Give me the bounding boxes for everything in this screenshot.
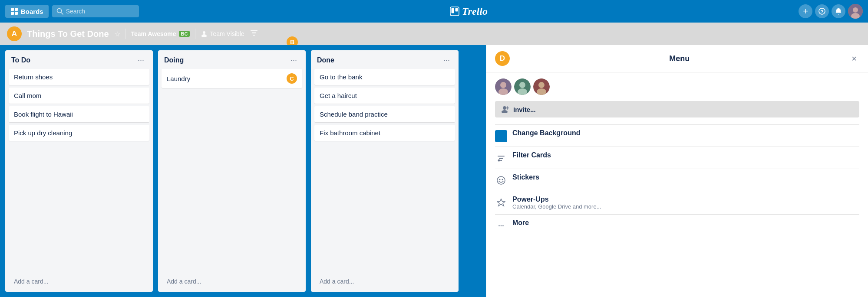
svg-rect-2 <box>11 12 14 15</box>
grid-icon <box>10 7 18 15</box>
avatar-svg-1 <box>495 78 512 95</box>
list-cards-todo: Return shoes Call mom Book flight to Haw… <box>5 69 153 272</box>
svg-rect-0 <box>11 8 14 11</box>
add-label: + <box>803 7 808 16</box>
menu-item-power-ups[interactable]: Power-Ups Calendar, Google Drive and mor… <box>495 191 859 214</box>
list-title-done: Done <box>317 56 334 64</box>
list-menu-doing[interactable]: ··· <box>288 55 300 65</box>
svg-line-5 <box>61 13 63 15</box>
board-header: A Things To Get Done ☆ Team Awesome BC T… <box>0 23 868 45</box>
team-tag[interactable]: Team Awesome BC <box>131 30 190 37</box>
member-avatar-1[interactable] <box>495 78 512 95</box>
card-band-practice[interactable]: Schedule band practice <box>314 106 455 122</box>
svg-point-35 <box>502 179 503 180</box>
menu-item-change-background[interactable]: Change Background <box>495 124 859 147</box>
visibility-label: Team Visible <box>210 30 244 37</box>
card-text: Go to the bank <box>320 73 362 81</box>
card-text: Book flight to Hawaii <box>14 111 73 118</box>
svg-point-20 <box>500 82 506 88</box>
card-bathroom[interactable]: Fix bathroom cabinet <box>314 125 455 141</box>
menu-item-more[interactable]: ··· More <box>495 214 859 236</box>
menu-item-stickers[interactable]: Stickers <box>495 169 859 191</box>
boards-button[interactable]: Boards <box>5 5 49 18</box>
visibility-tag[interactable]: Team Visible <box>201 30 244 37</box>
trello-wordmark: Trello <box>462 6 488 17</box>
power-ups-sublabel: Calendar, Google Drive and more... <box>512 203 601 210</box>
power-ups-label: Power-Ups <box>512 196 601 203</box>
add-card-done[interactable]: Add a card... <box>314 274 455 288</box>
menu-title: Menu <box>515 54 844 63</box>
svg-rect-3 <box>15 12 18 15</box>
card-bank[interactable]: Go to the bank <box>314 69 455 85</box>
card-call-mom[interactable]: Call mom <box>9 88 149 104</box>
avatar-svg-2 <box>514 78 531 95</box>
search-bar[interactable] <box>52 5 139 17</box>
notifications-button[interactable] <box>832 4 845 18</box>
menu-item-filter-cards[interactable]: Filter Cards <box>495 147 859 169</box>
side-panel: D Menu × <box>486 45 868 297</box>
member-avatar-2[interactable] <box>514 78 531 95</box>
search-icon <box>56 8 63 15</box>
svg-rect-16 <box>251 30 257 31</box>
list-cards-done: Go to the bank Get a haircut Schedule ba… <box>311 69 459 272</box>
svg-rect-17 <box>252 32 256 33</box>
svg-point-14 <box>203 31 205 34</box>
filter-cards-icon <box>495 152 507 164</box>
card-text: Schedule band practice <box>320 111 388 118</box>
header-divider-1 <box>125 29 126 39</box>
filter-cards-label: Filter Cards <box>512 151 551 159</box>
boards-label: Boards <box>21 8 43 15</box>
svg-rect-7 <box>451 8 454 13</box>
question-icon: ? <box>818 8 825 15</box>
card-dry-cleaning[interactable]: Pick up dry cleaning <box>9 125 149 141</box>
svg-point-15 <box>201 34 207 37</box>
svg-rect-1 <box>15 8 18 11</box>
add-button[interactable]: + <box>799 4 812 18</box>
member-avatar-3[interactable] <box>533 78 550 95</box>
top-nav: Boards Trello + ? <box>0 0 868 23</box>
power-ups-icon <box>495 196 507 209</box>
change-background-label: Change Background <box>512 129 580 137</box>
header-divider-2 <box>195 29 195 39</box>
help-button[interactable]: ? <box>815 4 829 18</box>
card-text: Laundry <box>167 75 190 82</box>
svg-text:?: ? <box>821 9 824 14</box>
card-laundry[interactable]: Laundry C <box>162 69 302 88</box>
avatar-image <box>848 4 863 19</box>
list-title-todo: To Do <box>11 56 30 64</box>
invite-button[interactable]: Invite... <box>495 101 859 117</box>
card-book-flight[interactable]: Book flight to Hawaii <box>9 106 149 122</box>
svg-point-34 <box>499 179 501 180</box>
add-card-todo[interactable]: Add a card... <box>9 274 149 288</box>
close-panel-button[interactable]: × <box>849 53 859 65</box>
person-icon <box>201 30 208 37</box>
card-return-shoes[interactable]: Return shoes <box>9 69 149 85</box>
svg-point-33 <box>497 176 505 184</box>
board-area: To Do ··· Return shoes Call mom Book fli… <box>0 45 868 297</box>
color-swatch-icon <box>495 130 507 142</box>
side-panel-body: Invite... Change Background Filter <box>486 72 868 297</box>
card-text: Call mom <box>14 92 41 99</box>
search-input[interactable] <box>66 8 131 15</box>
trello-icon <box>450 7 459 16</box>
badge-a: A <box>7 26 22 41</box>
svg-rect-18 <box>253 35 255 36</box>
star-icon[interactable]: ☆ <box>114 30 120 38</box>
list-menu-done[interactable]: ··· <box>441 55 452 65</box>
stickers-icon <box>495 174 507 186</box>
filter-icon[interactable] <box>250 29 258 39</box>
list-header-doing: Doing ··· <box>158 50 306 69</box>
team-name: Team Awesome <box>131 30 176 37</box>
list-menu-todo[interactable]: ··· <box>135 55 147 65</box>
badge-d: D <box>495 51 510 66</box>
trello-logo: Trello <box>142 6 795 17</box>
svg-point-26 <box>538 82 545 88</box>
card-text: Get a haircut <box>320 92 357 99</box>
list-header-done: Done ··· <box>311 50 459 69</box>
add-card-doing[interactable]: Add a card... <box>162 274 302 288</box>
card-haircut[interactable]: Get a haircut <box>314 88 455 104</box>
more-icon: ··· <box>495 220 507 232</box>
user-avatar[interactable] <box>848 4 863 19</box>
side-panel-header: D Menu × <box>486 45 868 72</box>
filter-svg <box>250 29 258 37</box>
